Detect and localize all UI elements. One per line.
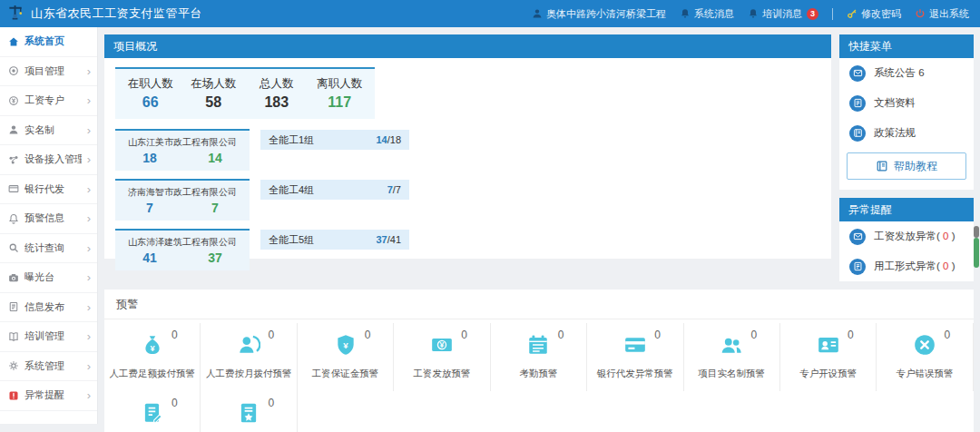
system-management-icon xyxy=(8,360,19,371)
project-management-icon xyxy=(8,65,19,76)
warning-item[interactable]: 0考勤预警 xyxy=(491,323,587,391)
exception-item-wage-payment-exception[interactable]: 工资发放异常( 0 ) xyxy=(839,221,974,251)
exception-count: 0 xyxy=(943,260,948,271)
sidebar-item-system-management[interactable]: 系统管理› xyxy=(0,352,97,382)
exception-item-employment-form-exception[interactable]: 用工形式异常( 0 ) xyxy=(839,251,974,281)
info-publish-icon xyxy=(8,301,19,312)
group-name: 全能工1组 xyxy=(269,133,314,147)
document-icon xyxy=(849,95,866,112)
stat-label: 离职人数 xyxy=(309,76,372,92)
headcount-stats: 在职人数66在场人数58总人数183离职人数117 xyxy=(115,67,375,119)
sidebar-item-label: 系统首页 xyxy=(24,34,91,48)
warning-item[interactable]: 0项目实名制预警 xyxy=(684,323,780,391)
current-project-link[interactable]: 奥体中路跨小清河桥梁工程 xyxy=(532,7,666,21)
warning-item[interactable]: 0项目信息预警 xyxy=(104,391,201,432)
warning-count: 0 xyxy=(365,329,371,341)
sidebar-item-warning-info[interactable]: 预警信息› xyxy=(0,204,97,234)
person-icon xyxy=(532,8,543,19)
svg-text:¥: ¥ xyxy=(343,340,348,350)
sidebar-item-label: 设备接入管理 xyxy=(24,152,82,166)
training-management-icon xyxy=(8,331,19,342)
work-group-bar[interactable]: 全能工1组14/18 xyxy=(260,130,409,150)
sidebar-item-exception-reminder[interactable]: 异常提醒› xyxy=(0,381,97,411)
chevron-right-icon: › xyxy=(87,65,91,77)
help-tutorial-button[interactable]: 帮助教程 xyxy=(847,152,966,180)
warning-item[interactable]: ¥0人工费足额拨付预警 xyxy=(104,323,201,391)
stat-item: 总人数183 xyxy=(245,76,309,111)
exposure-icon xyxy=(8,272,19,283)
sidebar-item-exposure[interactable]: 曝光台› xyxy=(0,263,97,293)
work-group-bar[interactable]: 全能工5组37/41 xyxy=(260,230,409,250)
sidebar-item-label: 培训管理 xyxy=(24,329,82,343)
sidebar-item-label: 银行代发 xyxy=(24,182,82,196)
top-right-menu: 奥体中路跨小清河桥梁工程 系统消息 培训消息3 修改密码 退出系统 xyxy=(532,7,969,21)
quick-menu-item-system-announcements[interactable]: 系统公告 6 xyxy=(839,58,974,88)
banknote-icon: ¥ xyxy=(430,333,454,357)
docedit-icon xyxy=(141,401,164,425)
company-onsite-count: 14 xyxy=(208,151,222,165)
company-card[interactable]: 山东江美市政工程有限公司1814 xyxy=(115,129,250,171)
stat-value: 58 xyxy=(182,94,246,111)
work-group-bar[interactable]: 全能工4组7/7 xyxy=(260,180,409,200)
company-card[interactable]: 山东沛泽建筑工程有限公司4137 xyxy=(115,229,250,270)
power-icon xyxy=(915,8,926,19)
envelope-icon xyxy=(849,229,866,245)
brand: 山东省农民工工资支付监管平台 xyxy=(7,4,202,24)
chevron-right-icon: › xyxy=(87,360,91,372)
exception-label: 工资发放异常( 0 ) xyxy=(874,230,955,243)
group-name: 全能工5组 xyxy=(269,233,314,247)
sidebar-item-info-publish[interactable]: 信息发布› xyxy=(0,293,97,323)
warning-label: 专户错误预警 xyxy=(878,368,970,380)
warning-item[interactable]: ¥0工资保证金预警 xyxy=(298,323,394,391)
quick-menu-item-policies[interactable]: 政策法规 xyxy=(839,118,974,148)
chevron-right-icon: › xyxy=(87,389,91,401)
sidebar-item-project-management[interactable]: 项目管理› xyxy=(0,57,97,87)
company-onduty-count: 7 xyxy=(146,201,153,215)
stat-label: 总人数 xyxy=(245,76,309,92)
chevron-right-icon: › xyxy=(87,330,91,342)
change-password-link[interactable]: 修改密码 xyxy=(847,7,901,21)
warning-item[interactable]: ¥0工资发放预警 xyxy=(394,323,490,391)
sidebar-item-label: 信息发布 xyxy=(24,300,82,314)
wage-account-icon xyxy=(8,95,19,106)
exception-reminder-panel: 异常提醒 工资发放异常( 0 )用工形式异常( 0 ) xyxy=(839,198,974,281)
company-name: 济南海智市政工程有限公司 xyxy=(117,186,248,199)
warning-label: 考勤预警 xyxy=(493,368,584,380)
warning-count: 0 xyxy=(172,397,178,409)
company-onsite-count: 7 xyxy=(211,201,219,215)
exception-reminder-title: 异常提醒 xyxy=(839,198,974,221)
scrollbar[interactable] xyxy=(974,0,979,432)
book-icon xyxy=(849,125,866,142)
chevron-right-icon: › xyxy=(87,301,91,313)
scrollbar-thumb-green[interactable] xyxy=(974,238,979,268)
sidebar-item-bank-payment[interactable]: 银行代发› xyxy=(0,175,97,205)
sidebar-item-label: 预警信息 xyxy=(24,211,82,225)
sidebar-item-real-name[interactable]: 实名制› xyxy=(0,116,97,146)
sidebar-item-label: 异常提醒 xyxy=(24,388,82,402)
sidebar-item-home[interactable]: 系统首页 xyxy=(0,27,97,57)
warning-item[interactable]: 0劳动合同上传预警 xyxy=(201,391,297,432)
quick-menu-item-documents[interactable]: 文档资料 xyxy=(839,88,974,118)
warning-item[interactable]: 0人工费按月拨付预警 xyxy=(201,323,297,391)
warning-item[interactable]: 0专户错误预警 xyxy=(877,323,973,391)
logout-link[interactable]: 退出系统 xyxy=(915,7,969,21)
warning-item[interactable]: 0银行代发异常预警 xyxy=(587,323,683,391)
system-messages-link[interactable]: 系统消息 xyxy=(680,7,734,21)
training-messages-link[interactable]: 培训消息3 xyxy=(748,7,818,21)
sidebar-item-statistics-query[interactable]: 统计查询› xyxy=(0,234,97,264)
quick-menu-title: 快捷菜单 xyxy=(839,34,974,58)
chevron-right-icon: › xyxy=(87,271,91,283)
company-card[interactable]: 济南海智市政工程有限公司77 xyxy=(115,179,250,221)
warning-item[interactable]: 0专户开设预警 xyxy=(780,323,877,391)
scrollbar-thumb-dark[interactable] xyxy=(974,226,979,238)
stat-label: 在场人数 xyxy=(182,76,246,92)
stat-item: 离职人数117 xyxy=(309,76,372,111)
sidebar-item-device-access[interactable]: 设备接入管理› xyxy=(0,145,97,175)
warning-count: 0 xyxy=(751,329,758,341)
sidebar-item-training-management[interactable]: 培训管理› xyxy=(0,322,97,352)
right-column: 快捷菜单 系统公告 6文档资料政策法规 帮助教程 异常提醒 工资发放异常( 0 … xyxy=(839,34,974,281)
sidebar-item-wage-account[interactable]: 工资专户› xyxy=(0,86,97,116)
group-name: 全能工4组 xyxy=(269,183,314,197)
sidebar-item-label: 系统管理 xyxy=(24,359,82,373)
statistics-query-icon xyxy=(8,242,19,253)
